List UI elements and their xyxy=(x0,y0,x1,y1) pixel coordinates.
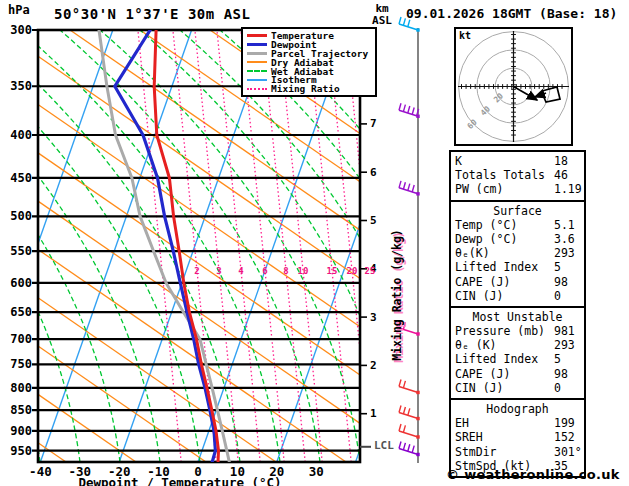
pressure-tick-label: 600 xyxy=(4,276,32,290)
stat-label: SREH xyxy=(455,430,554,444)
wind-barb xyxy=(399,17,420,32)
table-row: CIN (J)0 xyxy=(451,289,584,303)
temp-tick-label: 30 xyxy=(309,464,324,479)
legend-entry: Mixing Ratio xyxy=(247,84,375,93)
pressure-tick-label: 900 xyxy=(4,424,32,438)
stat-value: 981 xyxy=(554,324,584,338)
mixing-ratio-value-label: 15 xyxy=(327,266,338,276)
mixing-ratio-line xyxy=(138,30,181,462)
mixing-ratio-value-label: 6 xyxy=(262,266,267,276)
stat-label: CAPE (J) xyxy=(455,275,554,289)
pressure-tick-label: 700 xyxy=(4,332,32,346)
stat-value: 301° xyxy=(554,445,584,459)
legend-swatch xyxy=(247,88,267,90)
table-row: CAPE (J)98 xyxy=(451,275,584,289)
legend-swatch xyxy=(247,43,267,46)
stat-value: 3.6 xyxy=(554,232,584,246)
stat-label: CIN (J) xyxy=(455,381,554,395)
legend-label: Mixing Ratio xyxy=(271,83,340,94)
stat-label: θₑ (K) xyxy=(455,338,554,352)
stat-label: EH xyxy=(455,416,554,430)
pressure-tick-label: 400 xyxy=(4,128,32,142)
legend-swatch xyxy=(247,70,267,72)
stat-label: StmDir xyxy=(455,445,554,459)
copyright: © weatheronline.co.uk xyxy=(446,467,620,482)
table-row: StmDir301° xyxy=(451,445,584,459)
stat-label: θₑ(K) xyxy=(455,246,554,260)
stats-section-header: Surface xyxy=(451,204,584,218)
mixing-ratio-line xyxy=(195,30,238,462)
mixing-ratio-value-label: 3 xyxy=(216,266,221,276)
stat-label: Temp (°C) xyxy=(455,218,554,232)
stats-section: Most UnstablePressure (mb)981θₑ (K)293Li… xyxy=(449,306,586,400)
stat-value: 98 xyxy=(554,275,584,289)
wind-barb xyxy=(399,441,420,456)
km-tick-label: 6 xyxy=(370,166,377,179)
stat-value: 152 xyxy=(554,430,584,444)
stat-label: Lifted Index xyxy=(455,352,554,366)
hodograph: 204060 xyxy=(454,27,573,146)
table-row: PW (cm)1.19 xyxy=(451,182,584,196)
table-row: Pressure (mb)981 xyxy=(451,324,584,338)
stat-label: Totals Totals xyxy=(455,168,554,182)
hodograph-unit-label: kt xyxy=(459,30,471,41)
km-tick-label: 5 xyxy=(370,214,377,227)
wind-barb xyxy=(399,424,420,439)
wind-barb xyxy=(399,379,420,394)
table-row: CAPE (J)98 xyxy=(451,367,584,381)
pressure-tick-label: 950 xyxy=(4,444,32,458)
stat-value: 5.1 xyxy=(554,218,584,232)
legend: TemperatureDewpointParcel TrajectoryDry … xyxy=(241,27,377,97)
mixing-ratio-value-label: 4 xyxy=(238,266,243,276)
km-tick-label: 2 xyxy=(370,359,377,372)
pressure-tick-label: 500 xyxy=(4,209,32,223)
table-row: θₑ(K)293 xyxy=(451,246,584,260)
table-row: Totals Totals46 xyxy=(451,168,584,182)
stat-value: 199 xyxy=(554,416,584,430)
stats-section-header: Most Unstable xyxy=(451,310,584,324)
table-row: CIN (J)0 xyxy=(451,381,584,395)
table-row: Lifted Index5 xyxy=(451,352,584,366)
table-row: Lifted Index5 xyxy=(451,260,584,274)
stat-label: Pressure (mb) xyxy=(455,324,554,338)
mixing-ratio-value-label: 10 xyxy=(298,266,309,276)
km-tick-label: 1 xyxy=(370,407,377,420)
wind-barb xyxy=(399,103,420,118)
table-row: Temp (°C)5.1 xyxy=(451,218,584,232)
wind-barb xyxy=(399,406,420,421)
pressure-tick-label: 450 xyxy=(4,171,32,185)
stat-label: Dewp (°C) xyxy=(455,232,554,246)
km-tick-label: 7 xyxy=(370,117,377,130)
table-row: θₑ (K)293 xyxy=(451,338,584,352)
stat-value: 98 xyxy=(554,367,584,381)
mixing-ratio-axis-label: Mixing Ratio (g/kg) xyxy=(390,229,404,361)
stat-value: 293 xyxy=(554,246,584,260)
stat-value: 0 xyxy=(554,289,584,303)
pressure-tick-label: 850 xyxy=(4,403,32,417)
stat-label: K xyxy=(455,154,554,168)
mixing-ratio-value-label: 25 xyxy=(365,266,376,276)
stat-value: 0 xyxy=(554,381,584,395)
stats-section-header: Hodograph xyxy=(451,402,584,416)
mixing-ratio-value-label: 2 xyxy=(194,266,199,276)
legend-swatch xyxy=(247,52,267,55)
table-row: EH199 xyxy=(451,416,584,430)
stat-label: Lifted Index xyxy=(455,260,554,274)
pressure-tick-label: 300 xyxy=(4,23,32,37)
temp-tick-label: -40 xyxy=(29,464,52,479)
wind-barb xyxy=(399,181,420,196)
pressure-tick-label: 650 xyxy=(4,305,32,319)
stat-value: 293 xyxy=(554,338,584,352)
stat-value: 46 xyxy=(554,168,584,182)
temperature-axis-title: Dewpoint / Temperature (°C) xyxy=(78,475,281,486)
stat-value: 1.19 xyxy=(554,182,584,196)
sounding-chart-page: hPa 50°30'N 1°37'E 30m ASL km ASL 09.01.… xyxy=(0,0,629,486)
isotherm-line xyxy=(40,30,191,462)
table-row: K18 xyxy=(451,154,584,168)
pressure-tick-label: 350 xyxy=(4,79,32,93)
pressure-tick-label: 550 xyxy=(4,244,32,258)
mixing-ratio-value-label: 20 xyxy=(347,266,358,276)
pressure-tick-label: 800 xyxy=(4,381,32,395)
stats-section: HodographEH199SREH152StmDir301°StmSpd (k… xyxy=(449,398,586,478)
table-row: SREH152 xyxy=(451,430,584,444)
